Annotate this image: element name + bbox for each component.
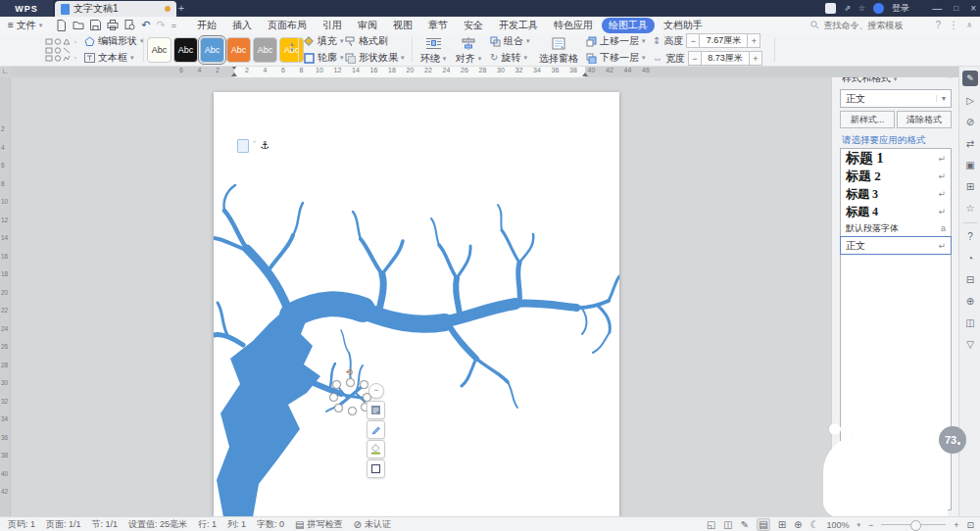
tab-security[interactable]: 安全 <box>457 18 490 33</box>
tab-view[interactable]: 视图 <box>386 18 419 33</box>
lock-icon[interactable]: ▣ <box>962 157 978 172</box>
assistant-badge[interactable]: 73 <box>939 426 966 454</box>
tab-drawing-tools[interactable]: 绘图工具 <box>602 18 655 33</box>
fill-quick-button[interactable] <box>367 440 385 459</box>
share-icon[interactable]: ⇗ <box>844 4 851 13</box>
select-icon[interactable]: ▷ <box>962 92 978 108</box>
send-backward-button[interactable]: 下移一层▾ <box>586 51 646 65</box>
tab-references[interactable]: 引用 <box>316 18 349 33</box>
more-down-icon[interactable]: ▽ <box>962 336 978 352</box>
outline-button[interactable]: 轮廓▾ <box>304 51 344 65</box>
undo-icon[interactable]: ↶ <box>141 20 150 30</box>
style-heading-4[interactable]: 标题 4↵ <box>841 203 951 220</box>
new-doc-icon[interactable] <box>56 20 67 31</box>
certify-status[interactable]: ⊘ 未认证 <box>354 518 391 531</box>
current-style-select[interactable]: 正文 ▼ <box>840 89 952 108</box>
command-search[interactable] <box>810 20 928 31</box>
style-heading-2[interactable]: 标题 2↵ <box>841 168 951 185</box>
status-word-count[interactable]: 字数: 0 <box>257 518 284 531</box>
image-icon[interactable]: ◫ <box>962 314 978 330</box>
tab-home[interactable]: 开始 <box>190 18 223 33</box>
tab-special-features[interactable]: 特色应用 <box>547 18 600 33</box>
selection-handle-w[interactable] <box>329 393 338 402</box>
selection-handle-nw[interactable] <box>332 380 341 389</box>
selection-pane-button[interactable]: 选择窗格 <box>537 35 580 68</box>
collapse-toolbar-button[interactable]: − <box>368 383 384 399</box>
left-indent-marker[interactable] <box>231 72 237 76</box>
rotate-handle[interactable]: ⟲ <box>344 367 355 378</box>
user-avatar[interactable] <box>873 3 884 14</box>
selection-handle-sw[interactable] <box>334 404 343 412</box>
zoom-in-button[interactable]: + <box>954 520 958 530</box>
print-icon[interactable] <box>107 20 119 30</box>
shape-circle-icon[interactable]: ⊘ <box>962 114 978 129</box>
tab-dev-tools[interactable]: 开发工具 <box>492 18 545 33</box>
eye-protect-icon[interactable]: ☾ <box>809 519 818 530</box>
gallery-expand-button[interactable]: ▴▾ <box>290 41 294 53</box>
preview-icon[interactable] <box>124 20 135 30</box>
file-menu[interactable]: ≡ 文件▾ <box>0 19 50 32</box>
height-minus-button[interactable]: − <box>686 33 700 48</box>
align-button[interactable]: 对齐▾ <box>453 35 484 68</box>
group-button[interactable]: 组合▾ <box>490 34 530 48</box>
web-layout-icon[interactable]: ⊞ <box>778 519 786 530</box>
tab-doc-assistant[interactable]: 文档助手 <box>657 18 710 33</box>
shape-style-blue-selected[interactable]: Abc <box>200 37 224 63</box>
outline-quick-button[interactable] <box>367 420 385 439</box>
more-commands-icon[interactable]: = <box>172 21 176 30</box>
tab-page-layout[interactable]: 页面布局 <box>261 18 314 33</box>
tree-shape[interactable] <box>214 92 619 517</box>
style-default-font[interactable]: 默认段落字体a <box>841 220 951 236</box>
shape-effects-button[interactable]: 形状效果▾ <box>345 51 405 65</box>
tab-section[interactable]: 章节 <box>421 18 455 33</box>
width-minus-button[interactable]: − <box>688 51 702 66</box>
right-indent-marker[interactable] <box>582 72 588 76</box>
redo-icon[interactable]: ↷ <box>157 20 166 30</box>
insert-shapes-gallery[interactable] <box>45 38 78 62</box>
shape-style-black[interactable]: Abc <box>173 37 198 63</box>
clear-format-button[interactable]: 清除格式 <box>897 111 952 128</box>
user-label[interactable]: 登录 <box>892 2 909 15</box>
selection-handle-s[interactable] <box>348 407 357 415</box>
fullscreen-icon[interactable]: ◱ <box>707 519 715 530</box>
collapse-ribbon-icon[interactable]: ∧ <box>966 21 972 29</box>
tab-review[interactable]: 审阅 <box>351 18 384 33</box>
format-painter-button[interactable]: 格式刷 <box>345 34 405 48</box>
more-menu-icon[interactable]: ⋮ <box>949 20 958 30</box>
new-style-button[interactable]: 新样式... <box>840 111 895 128</box>
history-icon[interactable]: ◔ <box>962 250 978 266</box>
search-input[interactable] <box>822 20 928 31</box>
zoom-slider-knob[interactable] <box>910 520 921 531</box>
edit-shape-button[interactable]: 编辑形状▾ <box>84 34 144 48</box>
style-heading-3[interactable]: 标题 3↵ <box>841 185 951 203</box>
star-icon[interactable]: ☆ <box>962 200 978 216</box>
style-body-text-selected[interactable]: 正文↵ <box>840 236 952 255</box>
shape-style-gray[interactable]: Abc <box>253 37 277 63</box>
spell-check-button[interactable]: ▤ 拼写检查 <box>295 518 342 531</box>
minimize-button[interactable]: — <box>932 3 942 14</box>
rotate-button[interactable]: ↻ 旋转▾ <box>490 51 530 65</box>
shape-quick-button[interactable] <box>367 459 385 478</box>
outline-view-icon[interactable]: ⊕ <box>794 519 802 530</box>
help-icon[interactable]: ? <box>936 20 942 30</box>
two-page-icon[interactable]: ◫ <box>723 519 732 530</box>
help-icon[interactable]: ? <box>962 228 978 244</box>
layers-icon[interactable]: ⊞ <box>962 178 978 194</box>
selection-handle-ne[interactable] <box>360 380 368 389</box>
shape-style-white[interactable]: Abc <box>147 37 172 63</box>
print-layout-icon[interactable]: ▤ <box>757 518 769 531</box>
width-value[interactable]: 8.73厘米 <box>702 51 749 66</box>
apps-grid-icon[interactable] <box>825 3 836 14</box>
open-icon[interactable] <box>73 20 84 30</box>
height-plus-button[interactable]: + <box>747 33 760 48</box>
height-value[interactable]: 7.67厘米 <box>700 33 747 48</box>
wps-logo[interactable]: WPS <box>0 0 53 17</box>
table-icon[interactable]: ⊟ <box>962 271 978 287</box>
width-plus-button[interactable]: + <box>749 51 762 66</box>
layout-options-button[interactable] <box>367 401 385 419</box>
ink-icon[interactable]: ✎ <box>741 519 749 530</box>
zoom-slider[interactable] <box>881 524 946 525</box>
zoom-value[interactable]: 100% <box>826 520 849 530</box>
fit-page-icon[interactable]: ⊡ <box>966 520 974 530</box>
maximize-button[interactable]: □ <box>954 4 958 13</box>
